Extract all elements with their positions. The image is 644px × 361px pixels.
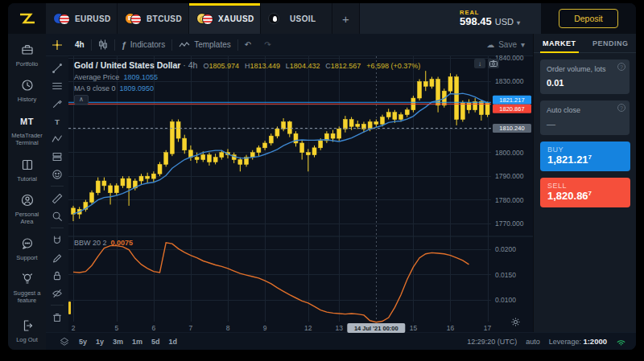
magnet-icon[interactable] xyxy=(48,232,66,248)
svg-text:1830.000: 1830.000 xyxy=(495,77,524,85)
svg-text:15: 15 xyxy=(410,324,418,332)
toolbar-separator xyxy=(51,305,64,306)
account-currency: USD xyxy=(495,17,514,27)
range-preset-1y[interactable]: 1y xyxy=(96,338,104,346)
svg-text:1800.000: 1800.000 xyxy=(495,149,524,157)
chart-toolbar: 4h ƒ Indicators Template xyxy=(46,34,533,56)
svg-text:16: 16 xyxy=(447,324,455,332)
svg-text:0.0200: 0.0200 xyxy=(495,245,516,253)
chart-canvas[interactable]: 1840.0001830.0001820.0001810.0001800.000… xyxy=(68,56,533,332)
add-instrument-button[interactable]: + xyxy=(332,3,360,34)
order-volume-field[interactable]: Order volume, lots 0.01 ? xyxy=(540,59,630,94)
range-preset-1m[interactable]: 1m xyxy=(132,338,142,346)
indicators-button[interactable]: ƒ Indicators xyxy=(115,40,171,50)
position-icon[interactable] xyxy=(48,148,66,165)
sidebar-item-label: Personal Area xyxy=(10,211,45,226)
svg-text:17: 17 xyxy=(484,324,492,332)
tab-btcusd[interactable]: BTCUSD xyxy=(118,3,189,34)
order-panel: MARKET PENDING Order volume, lots 0.01 ?… xyxy=(533,34,636,332)
range-preset-1d[interactable]: 1d xyxy=(169,338,178,346)
trash-icon[interactable] xyxy=(48,309,66,326)
toolbar-separator xyxy=(51,186,64,187)
buy-button[interactable]: BUY 1,821.217 xyxy=(540,142,630,171)
sidebar-item-history[interactable]: History xyxy=(9,77,45,103)
svg-text:1790.000: 1790.000 xyxy=(495,172,524,180)
sidebar-item-support[interactable]: Support xyxy=(9,236,45,261)
sidebar-item-suggest-feature[interactable]: Suggest a feature xyxy=(9,271,45,305)
timeframe-button[interactable]: 4h xyxy=(68,40,91,49)
tab-eurusd[interactable]: EURUSD xyxy=(46,3,118,34)
crosshair-icon[interactable] xyxy=(46,39,68,51)
help-icon[interactable]: ? xyxy=(617,63,625,71)
sidebar-item-portfolio[interactable]: Portfolio xyxy=(9,42,45,68)
trading-terminal-app: EURUSDBTCUSDXAUUSDUSOIL + REAL 598.45 US… xyxy=(8,3,636,350)
brand-logo-icon[interactable] xyxy=(8,3,46,34)
svg-text:6: 6 xyxy=(151,324,155,332)
deposit-button[interactable]: Deposit xyxy=(559,9,618,28)
chart-settings-gear-icon[interactable] xyxy=(511,315,520,330)
trend-line-icon[interactable] xyxy=(48,59,66,76)
tab-xauusd[interactable]: XAUUSD xyxy=(189,3,261,34)
sidebar-item-logout[interactable]: Log Out xyxy=(9,318,45,343)
undo-button[interactable]: ↶ xyxy=(238,40,258,49)
chevron-down-icon: ▾ xyxy=(517,20,520,27)
auto-close-value: — xyxy=(547,119,623,129)
emoji-icon[interactable] xyxy=(48,166,66,183)
pattern-icon[interactable] xyxy=(48,130,66,147)
date-range-presets: 5y1y3m1m5d1d xyxy=(79,338,177,346)
deposit-zone: Deposit xyxy=(541,3,636,34)
tab-pending[interactable]: PENDING xyxy=(585,34,637,52)
zoom-icon[interactable] xyxy=(48,207,66,224)
leverage-info: Leverage: 1:2000 xyxy=(549,337,607,346)
hide-icon[interactable] xyxy=(48,285,66,302)
ruler-icon[interactable] xyxy=(48,190,66,207)
sell-button[interactable]: SELL 1,820.867 xyxy=(540,178,630,207)
layers-icon[interactable] xyxy=(59,336,70,347)
account-summary[interactable]: REAL 598.45 USD ▾ xyxy=(360,3,541,34)
brush-icon[interactable] xyxy=(48,95,66,112)
chart-style-button[interactable] xyxy=(92,39,114,50)
logout-icon xyxy=(19,318,35,334)
auto-close-field[interactable]: Auto close — ? xyxy=(540,101,630,135)
drawing-toolbar: T xyxy=(46,56,68,332)
sidebar-item-metatrader[interactable]: MTMetaTrader Terminal xyxy=(9,113,45,147)
autoscale-toggle[interactable]: auto xyxy=(526,338,540,346)
lock-icon[interactable] xyxy=(48,267,66,284)
briefcase-icon xyxy=(19,42,35,58)
range-preset-3m[interactable]: 3m xyxy=(113,338,123,346)
toolbar-separator xyxy=(51,228,64,228)
scroll-to-latest-button[interactable]: ↓ xyxy=(474,59,485,68)
svg-text:T: T xyxy=(55,117,60,125)
legend-collapse-button[interactable]: ∧ xyxy=(74,95,89,105)
price-chart[interactable]: 1840.0001830.0001820.0001810.0001800.000… xyxy=(68,56,533,332)
svg-text:0.0100: 0.0100 xyxy=(495,296,516,304)
fx-icon: ƒ xyxy=(122,40,126,50)
templates-button[interactable]: Templates xyxy=(172,40,237,49)
sidebar-item-tutorial[interactable]: Tutorial xyxy=(9,157,45,183)
tab-usoil[interactable]: USOIL xyxy=(261,3,332,34)
camera-icon[interactable] xyxy=(488,59,499,68)
account-balance: 598.45 xyxy=(460,16,492,27)
help-icon[interactable]: ? xyxy=(617,104,625,112)
range-preset-5y[interactable]: 5y xyxy=(79,338,87,346)
save-button[interactable]: ☁ Save ▾ xyxy=(486,40,525,49)
oil-drop xyxy=(268,13,285,25)
chat-icon xyxy=(19,236,35,252)
bulb-icon xyxy=(19,271,35,287)
fibonacci-icon[interactable] xyxy=(48,77,66,94)
tab-label: EURUSD xyxy=(75,14,111,23)
chart-section: 4h ƒ Indicators Template xyxy=(46,34,533,332)
range-preset-5d[interactable]: 5d xyxy=(151,338,160,346)
svg-text:7: 7 xyxy=(189,324,193,332)
sidebar-item-label: Log Out xyxy=(16,336,38,343)
edit-icon[interactable] xyxy=(48,249,66,266)
sidebar-item-label: Suggest a feature xyxy=(10,289,45,305)
text-icon[interactable]: T xyxy=(48,113,66,129)
tab-label: USOIL xyxy=(290,14,316,23)
sidebar-item-personal-area[interactable]: Personal Area xyxy=(9,192,45,226)
eu-us-flags xyxy=(53,13,70,25)
cloud-icon: ☁ xyxy=(486,40,494,49)
redo-button[interactable]: ↷ xyxy=(258,40,277,49)
tab-market[interactable]: MARKET xyxy=(534,34,585,52)
order-volume-value: 0.01 xyxy=(547,78,623,88)
